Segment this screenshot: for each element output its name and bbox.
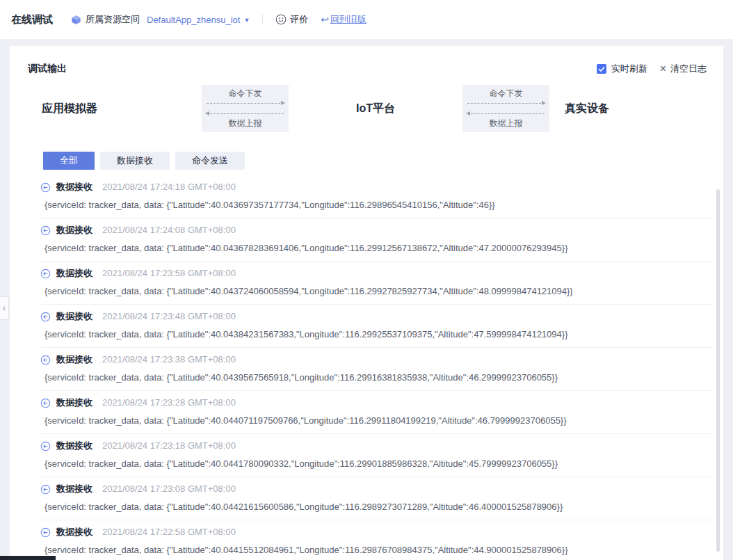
log-entry: 数据接收 2021/08/24 17:24:08 GMT+08:00 {serv… bbox=[40, 218, 712, 262]
resource-space-value: DefaultApp_zhensu_iot bbox=[147, 15, 240, 25]
tab-all[interactable]: 全部 bbox=[43, 152, 95, 170]
log-type-label: 数据接收 bbox=[56, 397, 92, 408]
panel-collapse-handle[interactable]: ‹ bbox=[0, 296, 9, 320]
log-entry-header: 数据接收 2021/08/24 17:22:58 GMT+08:00 bbox=[40, 527, 712, 538]
log-timestamp: 2021/08/24 17:23:08 GMT+08:00 bbox=[102, 483, 236, 495]
log-timestamp: 2021/08/24 17:23:18 GMT+08:00 bbox=[102, 440, 236, 451]
log-message: {serviceId: tracker_data, data: {"Latitu… bbox=[45, 415, 712, 426]
panel-header: 调试输出 实时刷新 × 清空日志 bbox=[10, 46, 723, 75]
log-timestamp: 2021/08/24 17:23:38 GMT+08:00 bbox=[102, 354, 236, 365]
smiley-icon bbox=[275, 14, 287, 25]
arrow-left-dashed bbox=[467, 113, 545, 114]
node-app-simulator: 应用模拟器 bbox=[26, 85, 202, 132]
data-receive-icon bbox=[40, 527, 51, 538]
log-entry-header: 数据接收 2021/08/24 17:23:58 GMT+08:00 bbox=[40, 268, 712, 279]
log-entry: 数据接收 2021/08/24 17:23:48 GMT+08:00 {serv… bbox=[40, 305, 712, 348]
log-entry: 数据接收 2021/08/24 17:23:08 GMT+08:00 {serv… bbox=[40, 477, 712, 520]
data-receive-icon bbox=[40, 225, 51, 236]
log-type-label: 数据接收 bbox=[56, 311, 92, 322]
log-type-label: 数据接收 bbox=[56, 527, 92, 538]
log-type-label: 数据接收 bbox=[56, 182, 92, 193]
log-timestamp: 2021/08/24 17:24:18 GMT+08:00 bbox=[102, 182, 236, 193]
log-timestamp: 2021/08/24 17:23:48 GMT+08:00 bbox=[102, 311, 236, 322]
clear-log-button[interactable]: × 清空日志 bbox=[660, 63, 707, 75]
data-receive-icon bbox=[40, 441, 51, 451]
data-receive-icon bbox=[40, 312, 51, 322]
data-receive-icon bbox=[40, 398, 51, 408]
log-entry: 数据接收 2021/08/24 17:23:58 GMT+08:00 {serv… bbox=[40, 262, 712, 305]
log-entry-header: 数据接收 2021/08/24 17:23:08 GMT+08:00 bbox=[40, 483, 712, 495]
log-message: {serviceId: tracker_data, data: {"Latitu… bbox=[45, 502, 712, 513]
top-bar: 在线调试 所属资源空间 DefaultApp_zhensu_iot ▼ 评价 bbox=[0, 0, 733, 39]
command-down-label: 命令下发 bbox=[462, 88, 549, 99]
data-receive-icon bbox=[40, 182, 51, 193]
log-message: {serviceId: tracker_data, data: {"Latitu… bbox=[45, 200, 712, 211]
chevron-left-icon: ‹ bbox=[3, 303, 6, 313]
arrow-right-dashed bbox=[467, 103, 545, 104]
data-receive-icon bbox=[40, 355, 51, 365]
log-entry: 数据接收 2021/08/24 17:24:18 GMT+08:00 {serv… bbox=[40, 175, 712, 218]
checkbox-checked-icon bbox=[597, 64, 606, 74]
data-report-label: 数据上报 bbox=[462, 118, 549, 129]
log-timestamp: 2021/08/24 17:23:28 GMT+08:00 bbox=[102, 397, 236, 408]
data-receive-icon bbox=[40, 484, 51, 495]
clear-log-label: 清空日志 bbox=[670, 63, 707, 75]
realtime-refresh-toggle[interactable]: 实时刷新 bbox=[597, 63, 647, 75]
command-down-label: 命令下发 bbox=[202, 88, 289, 99]
log-list: 数据接收 2021/08/24 17:24:18 GMT+08:00 {serv… bbox=[10, 175, 723, 560]
data-report-label: 数据上报 bbox=[202, 118, 289, 129]
log-entry: 数据接收 2021/08/24 17:23:28 GMT+08:00 {serv… bbox=[40, 391, 712, 434]
log-entry: 数据接收 2021/08/24 17:23:18 GMT+08:00 {serv… bbox=[40, 434, 712, 477]
bottom-left-bar bbox=[0, 556, 56, 560]
node-real-device: 真实设备 bbox=[549, 85, 723, 132]
data-receive-icon bbox=[40, 269, 51, 279]
tab-data-receive[interactable]: 数据接收 bbox=[100, 152, 170, 170]
feedback-button[interactable]: 评价 bbox=[275, 13, 308, 26]
log-timestamp: 2021/08/24 17:24:08 GMT+08:00 bbox=[102, 225, 236, 236]
log-type-label: 数据接收 bbox=[56, 225, 92, 236]
panel-title: 调试输出 bbox=[28, 63, 67, 75]
log-entry-header: 数据接收 2021/08/24 17:24:08 GMT+08:00 bbox=[40, 225, 712, 236]
log-message: {serviceId: tracker_data, data: {"Latitu… bbox=[45, 243, 712, 254]
log-type-label: 数据接收 bbox=[56, 354, 92, 365]
back-link-label: 回到旧版 bbox=[330, 13, 366, 26]
flow-gap-left: 命令下发 数据上报 bbox=[202, 85, 289, 132]
log-entry-header: 数据接收 2021/08/24 17:23:18 GMT+08:00 bbox=[40, 440, 712, 451]
flow-gap-right: 命令下发 数据上报 bbox=[462, 85, 549, 132]
resource-space-cube-icon bbox=[71, 15, 81, 25]
log-entry-header: 数据接收 2021/08/24 17:23:48 GMT+08:00 bbox=[40, 311, 712, 322]
panel-header-actions: 实时刷新 × 清空日志 bbox=[597, 63, 707, 75]
arrow-left-dashed bbox=[207, 113, 284, 114]
feedback-label: 评价 bbox=[290, 13, 308, 26]
back-to-old-version-link[interactable]: ↩ 回到旧版 bbox=[321, 13, 366, 26]
log-type-label: 数据接收 bbox=[56, 483, 92, 495]
log-type-label: 数据接收 bbox=[56, 268, 92, 279]
clear-icon: × bbox=[660, 63, 666, 74]
resource-space-select[interactable]: DefaultApp_zhensu_iot ▼ bbox=[147, 15, 250, 25]
log-message: {serviceId: tracker_data, data: {"Latitu… bbox=[45, 329, 712, 340]
log-message: {serviceId: tracker_data, data: {"Latitu… bbox=[45, 545, 712, 556]
log-timestamp: 2021/08/24 17:22:58 GMT+08:00 bbox=[102, 527, 236, 538]
return-arrow-icon: ↩ bbox=[321, 15, 329, 24]
log-message: {serviceId: tracker_data, data: {"Latitu… bbox=[45, 372, 712, 383]
log-entry: 数据接收 2021/08/24 17:22:58 GMT+08:00 {serv… bbox=[40, 520, 712, 560]
arrow-right-dashed bbox=[207, 103, 284, 104]
resource-space-label: 所属资源空间 bbox=[86, 13, 140, 26]
log-entry-header: 数据接收 2021/08/24 17:23:38 GMT+08:00 bbox=[40, 354, 712, 365]
realtime-refresh-label: 实时刷新 bbox=[611, 63, 647, 75]
node-iot-platform: IoT平台 bbox=[289, 85, 462, 132]
log-entry-header: 数据接收 2021/08/24 17:24:18 GMT+08:00 bbox=[40, 182, 712, 193]
resource-space-group: 所属资源空间 DefaultApp_zhensu_iot ▼ bbox=[71, 13, 250, 26]
page-title: 在线调试 bbox=[11, 13, 53, 26]
tab-command-send[interactable]: 命令发送 bbox=[175, 152, 245, 170]
flow-diagram: 应用模拟器 命令下发 数据上报 IoT平台 命令下发 数据上报 真实设备 bbox=[26, 85, 723, 132]
log-filter-tabs: 全部 数据接收 命令发送 bbox=[43, 152, 723, 170]
log-message: {serviceId: tracker_data, data: {"Latitu… bbox=[45, 458, 712, 470]
log-entry-header: 数据接收 2021/08/24 17:23:28 GMT+08:00 bbox=[40, 397, 712, 408]
log-timestamp: 2021/08/24 17:23:58 GMT+08:00 bbox=[102, 268, 236, 279]
log-message: {serviceId: tracker_data, data: {"Latitu… bbox=[45, 286, 712, 297]
chevron-down-icon: ▼ bbox=[243, 17, 250, 24]
scrollbar-thumb[interactable] bbox=[716, 189, 720, 552]
log-entry: 数据接收 2021/08/24 17:23:38 GMT+08:00 {serv… bbox=[40, 348, 712, 391]
divider bbox=[262, 15, 263, 24]
